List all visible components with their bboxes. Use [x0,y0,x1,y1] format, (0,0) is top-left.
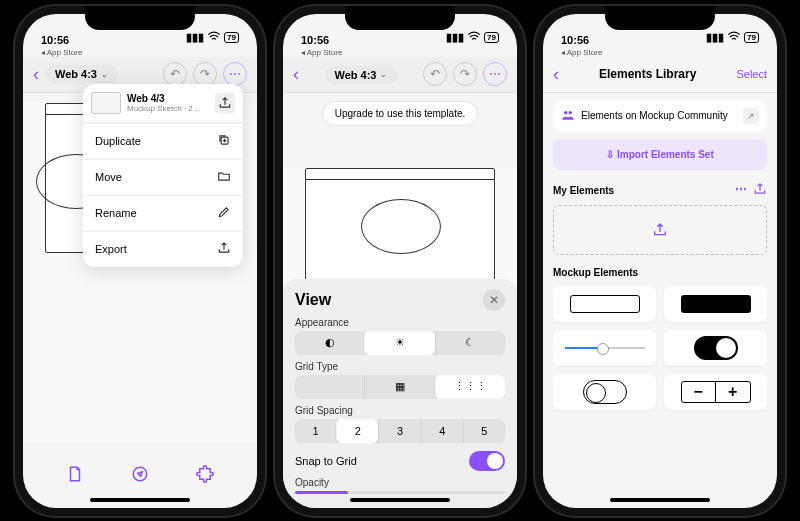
doc-title: Web 4:3 [335,69,377,81]
canvas-frame[interactable] [305,168,495,288]
spacing-1[interactable]: 1 [295,419,336,443]
grid-type-segment[interactable]: ▦ ⋮⋮⋮ [295,375,505,399]
element-button-solid[interactable] [664,286,767,322]
menu-rename[interactable]: Rename [83,195,243,231]
doc-thumbnail [91,92,121,114]
community-label: Elements on Mockup Community [581,110,728,121]
spacing-3[interactable]: 3 [378,419,420,443]
notch [605,6,715,30]
svg-point-3 [569,110,573,114]
phone-3: 10:56 ▮▮▮ 79 ◂ App Store ‹ Elements Libr… [535,6,785,516]
element-slider[interactable] [553,330,656,366]
view-panel: View ✕ Appearance ◐ ☀ ☾ Grid Type ▦ ⋮⋮⋮ … [283,279,517,508]
menu-header: Web 4/3 Mockup Sketch · 2… [83,84,243,123]
doc-title-dropdown[interactable]: Web 4:3 ⌄ [45,65,118,83]
compass-icon[interactable] [131,465,149,487]
redo-button[interactable]: ↷ [193,62,217,86]
spacing-4[interactable]: 4 [421,419,463,443]
appearance-segment[interactable]: ◐ ☀ ☾ [295,331,505,355]
grid-squares[interactable]: ▦ [364,375,434,399]
duplicate-icon [217,133,231,150]
document-icon[interactable] [66,465,84,487]
opacity-label: Opacity [295,477,505,488]
home-indicator[interactable] [90,498,190,502]
signal-icon: ▮▮▮ [186,31,204,44]
context-menu: Web 4/3 Mockup Sketch · 2… Duplicate Mov… [83,84,243,267]
community-link[interactable]: Elements on Mockup Community ↗ [553,101,767,131]
status-time: 10:56 [41,34,69,46]
breadcrumb[interactable]: ◂ App Store [543,48,777,57]
breadcrumb[interactable]: ◂ App Store [283,48,517,57]
grid-dots[interactable]: ⋮⋮⋮ [435,375,505,399]
breadcrumb[interactable]: ◂ App Store [23,48,257,57]
menu-duplicate[interactable]: Duplicate [83,123,243,159]
element-button-outline[interactable] [553,286,656,322]
spacing-5[interactable]: 5 [463,419,505,443]
panel-title: View [295,291,331,309]
select-button[interactable]: Select [736,68,767,80]
people-icon [561,108,575,124]
import-elements-button[interactable]: ⇩ Import Elements Set [553,139,767,170]
home-indicator[interactable] [610,498,710,502]
appearance-label: Appearance [295,317,505,328]
export-icon [217,241,231,258]
share-button[interactable] [215,93,235,113]
grid-type-label: Grid Type [295,361,505,372]
more-button[interactable]: ⋯ [223,62,247,86]
spacing-2[interactable]: 2 [336,419,378,443]
my-elements-header: My Elements [553,185,614,196]
menu-doc-subtitle: Mockup Sketch · 2… [127,104,209,113]
more-icon[interactable]: ⋯ [735,182,747,199]
notch [345,6,455,30]
share-icon[interactable] [753,182,767,199]
wifi-icon [207,30,221,46]
battery-badge: 79 [484,32,499,43]
element-switch-on[interactable] [664,330,767,366]
my-elements-empty[interactable] [553,205,767,255]
menu-export[interactable]: Export [83,231,243,267]
snap-toggle[interactable] [469,451,505,471]
external-link-icon: ↗ [743,108,759,124]
doc-title-dropdown[interactable]: Web 4:3 ⌄ [325,66,398,84]
puzzle-icon[interactable] [196,465,214,487]
home-indicator[interactable] [350,498,450,502]
appearance-light[interactable]: ☀ [364,331,434,355]
notch [85,6,195,30]
grid-none[interactable] [295,375,364,399]
appearance-auto[interactable]: ◐ [295,331,364,355]
svg-point-2 [564,110,568,114]
mockup-elements-header: Mockup Elements [553,267,638,278]
element-stepper[interactable]: −+ [664,374,767,410]
doc-title: Web 4:3 [55,68,97,80]
chevron-down-icon: ⌄ [380,70,387,79]
ellipse-shape[interactable] [361,199,441,254]
chevron-down-icon: ⌄ [101,70,108,79]
grid-spacing-segment[interactable]: 1 2 3 4 5 [295,419,505,443]
back-button[interactable]: ‹ [293,64,299,85]
more-button[interactable]: ⋯ [483,62,507,86]
svg-point-1 [133,467,147,481]
signal-icon: ▮▮▮ [446,31,464,44]
status-time: 10:56 [301,34,329,46]
back-button[interactable]: ‹ [33,64,39,85]
back-button[interactable]: ‹ [553,64,559,85]
redo-button[interactable]: ↷ [453,62,477,86]
close-button[interactable]: ✕ [483,289,505,311]
opacity-slider[interactable] [295,491,505,494]
grid-spacing-label: Grid Spacing [295,405,505,416]
undo-button[interactable]: ↶ [423,62,447,86]
battery-badge: 79 [744,32,759,43]
menu-move[interactable]: Move [83,159,243,195]
element-switch-off[interactable] [553,374,656,410]
undo-button[interactable]: ↶ [163,62,187,86]
upgrade-banner[interactable]: Upgrade to use this template. [322,101,479,126]
snap-label: Snap to Grid [295,455,357,467]
elements-grid: −+ [553,286,767,410]
bottom-toolbar [23,458,257,494]
page-title: Elements Library [565,67,730,81]
menu-doc-title: Web 4/3 [127,93,209,104]
appearance-dark[interactable]: ☾ [435,331,505,355]
topbar: ‹ Web 4:3 ⌄ ↶ ↷ ⋯ [283,57,517,93]
wifi-icon [727,30,741,46]
topbar: ‹ Elements Library Select [543,57,777,93]
